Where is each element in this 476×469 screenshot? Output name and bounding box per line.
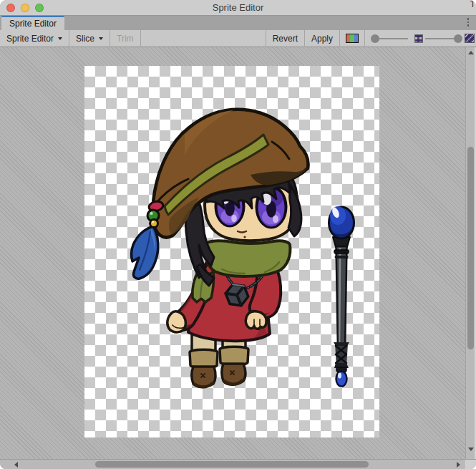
- sprite-canvas[interactable]: [0, 47, 476, 459]
- toolbar-right-cluster: Revert Apply: [266, 30, 476, 47]
- texture-image-area[interactable]: [84, 66, 379, 437]
- revert-button[interactable]: Revert: [266, 30, 304, 47]
- apply-button[interactable]: Apply: [305, 30, 339, 47]
- toolbar: Sprite Editor Slice Trim Revert Apply: [0, 30, 476, 47]
- tab-bar: Sprite Editor: [0, 16, 476, 30]
- scroll-up-icon[interactable]: [468, 51, 474, 54]
- mip-texture-large-icon: [465, 34, 475, 43]
- window-title: Sprite Editor: [213, 2, 264, 13]
- scrollbar-corner: [464, 460, 476, 469]
- toolbar-separator: [364, 30, 365, 47]
- background-window-text: T: [470, 0, 475, 9]
- mip-slider[interactable]: [425, 34, 462, 43]
- mip-slider-thumb[interactable]: [454, 34, 462, 43]
- minimize-icon[interactable]: [21, 4, 29, 12]
- sprite-editor-dropdown[interactable]: Sprite Editor: [0, 30, 69, 47]
- scroll-right-icon[interactable]: [457, 462, 460, 468]
- mip-texture-small-icon: [414, 34, 423, 43]
- tab-sprite-editor[interactable]: Sprite Editor: [1, 16, 64, 30]
- tab-label: Sprite Editor: [9, 19, 57, 29]
- vertical-scrollbar-thumb[interactable]: [467, 147, 474, 349]
- scroll-down-icon[interactable]: [468, 448, 474, 451]
- toolbar-separator: [339, 30, 340, 47]
- close-icon[interactable]: [6, 4, 15, 12]
- zoom-slider-thumb[interactable]: [371, 34, 379, 43]
- kebab-menu-icon[interactable]: [467, 18, 470, 26]
- titlebar: Sprite Editor T: [0, 0, 476, 16]
- chevron-down-icon: [99, 37, 103, 40]
- scroll-left-icon[interactable]: [14, 462, 18, 468]
- zoom-icon[interactable]: [35, 4, 44, 12]
- rgb-alpha-toggle-icon[interactable]: [346, 34, 359, 43]
- slice-dropdown[interactable]: Slice: [69, 30, 110, 47]
- trim-button[interactable]: Trim: [110, 30, 140, 47]
- sprite-editor-window: Sprite Editor T Sprite Editor Sprite Edi…: [0, 0, 476, 469]
- horizontal-scrollbar[interactable]: [0, 459, 476, 469]
- chevron-down-icon: [58, 37, 62, 40]
- zoom-slider[interactable]: [371, 34, 408, 43]
- vertical-scrollbar[interactable]: [465, 47, 475, 459]
- toolbar-separator: [140, 30, 141, 47]
- traffic-lights: [6, 4, 44, 12]
- horizontal-scrollbar-thumb[interactable]: [95, 461, 369, 468]
- zoom-slider-track[interactable]: [379, 38, 408, 39]
- mip-slider-track[interactable]: [425, 38, 454, 39]
